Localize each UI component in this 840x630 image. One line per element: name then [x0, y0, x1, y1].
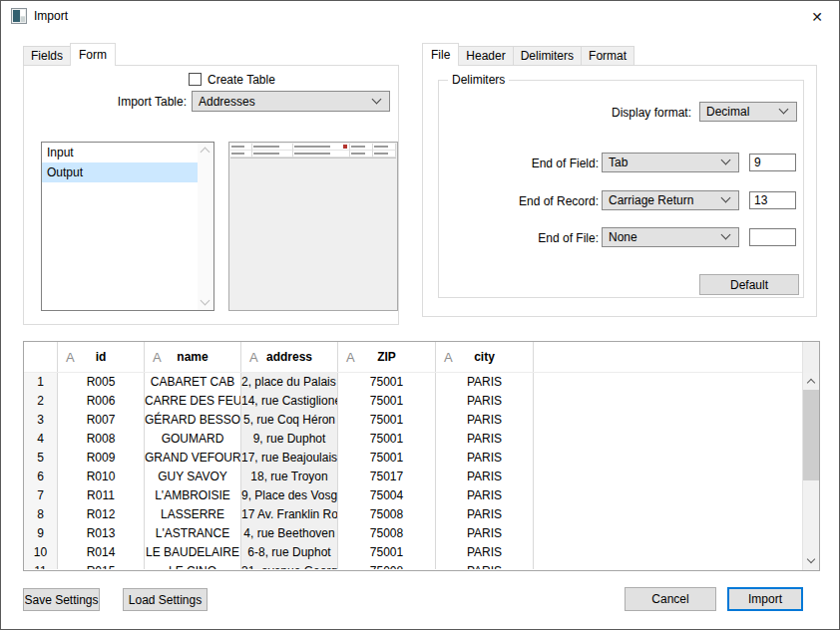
mini-cell: [293, 144, 349, 151]
column-label: ZIP: [377, 350, 396, 364]
tab-form[interactable]: Form: [70, 43, 116, 66]
import-table-select[interactable]: Addresses: [192, 91, 390, 112]
table-cell: 2, place du Palais R...: [241, 373, 338, 392]
tab-delimiters[interactable]: Delimiters: [513, 46, 582, 66]
row-filler: [534, 486, 802, 505]
table-cell: PARIS: [436, 543, 534, 562]
table-cell: 4, rue Beethoven: [241, 524, 338, 543]
form-preview-minitable: [230, 144, 396, 158]
column-header-name[interactable]: Aname: [145, 342, 241, 372]
end-of-record-code-input[interactable]: [749, 191, 796, 209]
table-cell: PARIS: [436, 505, 534, 524]
row-number: 4: [24, 430, 58, 449]
column-label: id: [96, 350, 107, 364]
table-cell: R013: [58, 524, 145, 543]
table-cell: 14, rue Castiglione: [241, 392, 338, 411]
required-icon: [343, 145, 347, 149]
column-header-zip[interactable]: AZIP: [338, 342, 436, 372]
text-type-icon: A: [153, 350, 162, 365]
table-cell: 5, rue Coq Héron: [241, 411, 338, 430]
row-number: 9: [24, 524, 58, 543]
import-button[interactable]: Import: [727, 587, 803, 611]
tab-fields[interactable]: Fields: [23, 46, 71, 66]
table-cell: R009: [58, 449, 145, 468]
table-cell: LE BAUDELAIRE: [145, 543, 241, 562]
load-settings-button[interactable]: Load Settings: [123, 588, 208, 611]
end-of-file-select[interactable]: None: [602, 227, 739, 247]
create-table-label: Create Table: [208, 73, 275, 87]
mini-cell: [230, 151, 252, 158]
mini-cell: [230, 144, 252, 151]
table-cell: GUY SAVOY: [145, 468, 241, 486]
table-cell: PARIS: [436, 373, 534, 392]
table-row: 8R012LASSERRE17 Av. Franklin Roo...75008…: [24, 505, 802, 524]
table-cell: GOUMARD: [145, 430, 241, 449]
io-listbox: InputOutput: [41, 142, 214, 311]
scroll-up-icon[interactable]: [201, 148, 210, 158]
row-filler: [534, 392, 802, 411]
chevron-down-icon: [372, 94, 382, 104]
table-cell: 75001: [338, 430, 436, 449]
tab-format[interactable]: Format: [581, 46, 634, 66]
table-cell: PARIS: [436, 411, 534, 430]
scroll-down-icon[interactable]: [803, 553, 819, 570]
table-cell: 75008: [338, 562, 436, 569]
table-row: 3R007GÉRARD BESSON5, rue Coq Héron75001P…: [24, 411, 802, 430]
column-header-id[interactable]: Aid: [58, 342, 145, 372]
tab-header[interactable]: Header: [458, 46, 513, 66]
row-filler: [534, 524, 802, 543]
scroll-down-icon[interactable]: [201, 296, 210, 306]
row-number: 11: [24, 562, 58, 569]
row-number: 3: [24, 411, 58, 430]
scroll-up-icon[interactable]: [803, 373, 819, 390]
table-cell: 75004: [338, 486, 436, 505]
table-cell: 17, rue Beajoulais: [241, 449, 338, 468]
row-filler: [534, 430, 802, 449]
table-scrollbar[interactable]: [802, 342, 819, 570]
text-type-icon: A: [66, 350, 75, 365]
chevron-down-icon: [779, 105, 789, 115]
table-cell: L'AMBROISIE: [145, 486, 241, 505]
save-settings-button[interactable]: Save Settings: [23, 588, 100, 611]
chevron-down-icon: [721, 193, 731, 203]
mini-cell: [252, 151, 294, 158]
row-number: 2: [24, 392, 58, 411]
table-cell: 31, avenue George...: [241, 562, 338, 569]
default-button[interactable]: Default: [699, 274, 799, 295]
create-table-checkbox[interactable]: [189, 73, 202, 86]
listbox-scrollbar[interactable]: [198, 143, 213, 310]
list-item-output[interactable]: Output: [42, 162, 198, 182]
end-of-field-select[interactable]: Tab: [602, 153, 739, 172]
table-cell: 9, Place des Vosges: [241, 486, 338, 505]
table-body: 1R005CABARET CAB2, place du Palais R...7…: [24, 373, 819, 569]
table-row: 5R009GRAND VEFOUR17, rue Beajoulais75001…: [24, 449, 802, 468]
end-of-file-code-input[interactable]: [749, 228, 796, 246]
list-item-input[interactable]: Input: [42, 143, 198, 162]
left-tab-strip: FieldsForm: [23, 43, 115, 66]
end-of-record-select[interactable]: Carriage Return: [602, 190, 739, 210]
end-of-field-code-input[interactable]: [749, 154, 796, 171]
column-header-city[interactable]: Acity: [436, 342, 534, 372]
row-number: 5: [24, 449, 58, 468]
cancel-button[interactable]: Cancel: [625, 587, 716, 611]
table-row: 9R013L'ASTRANCE4, rue Beethoven75008PARI…: [24, 524, 802, 543]
table-row: 4R008GOUMARD9, rue Duphot75001PARIS: [24, 430, 802, 449]
tab-file[interactable]: File: [422, 43, 459, 66]
scrollbar-cap: [803, 342, 819, 373]
scrollbar-thumb[interactable]: [803, 390, 819, 480]
close-icon[interactable]: ✕: [805, 6, 829, 28]
mini-cell: [350, 151, 373, 158]
table-cell: 75001: [338, 373, 436, 392]
row-filler: [534, 468, 802, 486]
mini-cell: [293, 151, 349, 158]
table-cell: GRAND VEFOUR: [145, 449, 241, 468]
table-cell: 75017: [338, 468, 436, 486]
app-icon: [11, 8, 27, 24]
column-header-address[interactable]: Aaddress: [241, 342, 338, 372]
row-number: 7: [24, 486, 58, 505]
table-cell: R010: [58, 468, 145, 486]
table-cell: 75008: [338, 505, 436, 524]
display-format-select[interactable]: Decimal: [699, 102, 797, 122]
column-label: name: [177, 350, 208, 364]
table-cell: 17 Av. Franklin Roo...: [241, 505, 338, 524]
